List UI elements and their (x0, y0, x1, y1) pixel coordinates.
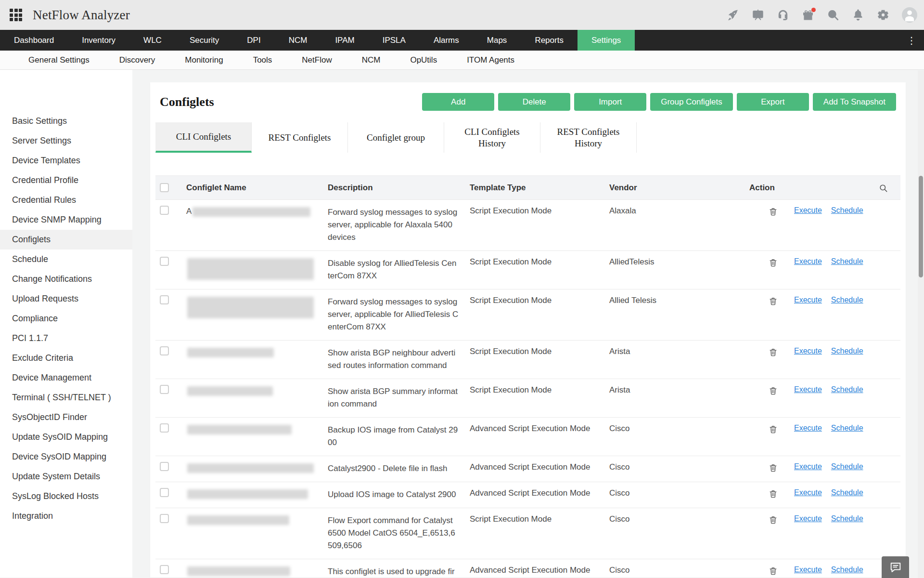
green-action-button[interactable]: Add (422, 93, 494, 111)
row-checkbox[interactable] (160, 295, 169, 304)
sidebar-item[interactable]: Credential Rules (0, 190, 132, 210)
delete-trash-icon[interactable] (769, 489, 778, 499)
schedule-link[interactable]: Schedule (831, 257, 863, 266)
nav-item[interactable]: Reports (521, 30, 578, 51)
gear-icon[interactable] (877, 9, 889, 21)
nav-item[interactable]: NCM (275, 30, 321, 51)
delete-trash-icon[interactable] (769, 566, 778, 576)
select-all-checkbox[interactable] (160, 183, 169, 192)
sidebar-item[interactable]: Server Settings (0, 131, 132, 151)
subnav-item[interactable]: ITOM Agents (452, 55, 529, 65)
schedule-link[interactable]: Schedule (831, 424, 863, 433)
row-checkbox[interactable] (160, 206, 169, 215)
tab[interactable]: REST Configlets History (540, 122, 637, 153)
execute-link[interactable]: Execute (794, 565, 822, 574)
subnav-item[interactable]: Discovery (104, 55, 170, 65)
schedule-link[interactable]: Schedule (831, 488, 863, 497)
sidebar-item[interactable]: Terminal ( SSH/TELNET ) (0, 388, 132, 407)
subnav-item[interactable]: NCM (347, 55, 396, 65)
subnav-item[interactable]: Tools (238, 55, 287, 65)
sidebar-item[interactable]: Credential Profile (0, 171, 132, 190)
row-checkbox[interactable] (160, 462, 169, 471)
bell-icon[interactable] (852, 9, 864, 21)
nav-item[interactable]: Security (176, 30, 233, 51)
row-checkbox[interactable] (160, 488, 169, 497)
scrollbar-track[interactable] (918, 70, 924, 578)
green-action-button[interactable]: Delete (498, 93, 570, 111)
execute-link[interactable]: Execute (794, 385, 822, 394)
execute-link[interactable]: Execute (794, 424, 822, 433)
chat-support-button[interactable] (882, 556, 909, 578)
nav-item[interactable]: Alarms (420, 30, 473, 51)
execute-link[interactable]: Execute (794, 514, 822, 523)
execute-link[interactable]: Execute (794, 462, 822, 471)
sidebar-item[interactable]: Configlets (0, 230, 132, 250)
headset-icon[interactable] (777, 9, 789, 21)
nav-item[interactable]: Dashboard (0, 30, 68, 51)
sidebar-item[interactable]: Compliance (0, 309, 132, 328)
nav-item[interactable]: Inventory (68, 30, 129, 51)
tab[interactable]: CLI Configlets History (444, 122, 540, 153)
sidebar-item[interactable]: Device SysOID Mapping (0, 447, 132, 467)
sidebar-item[interactable]: Device Templates (0, 151, 132, 171)
green-action-button[interactable]: Import (574, 93, 646, 111)
green-action-button[interactable]: Group Configlets (650, 93, 733, 111)
avatar[interactable] (902, 7, 917, 23)
delete-trash-icon[interactable] (769, 463, 778, 473)
delete-trash-icon[interactable] (769, 347, 778, 357)
sidebar-item[interactable]: Basic Settings (0, 111, 132, 131)
tab[interactable]: CLI Configlets (155, 122, 252, 153)
row-checkbox[interactable] (160, 257, 169, 266)
delete-trash-icon[interactable] (769, 296, 778, 306)
row-checkbox[interactable] (160, 385, 169, 394)
green-action-button[interactable]: Add To Snapshot (813, 93, 896, 111)
nav-item[interactable]: DPI (233, 30, 274, 51)
schedule-link[interactable]: Schedule (831, 514, 863, 523)
green-action-button[interactable]: Export (737, 93, 809, 111)
tab[interactable]: REST Configlets (252, 122, 348, 153)
subnav-item[interactable]: OpUtils (395, 55, 452, 65)
delete-trash-icon[interactable] (769, 207, 778, 217)
subnav-item[interactable]: NetFlow (287, 55, 346, 65)
sidebar-item[interactable]: SysLog Blocked Hosts (0, 486, 132, 506)
nav-item[interactable]: WLC (129, 30, 176, 51)
sidebar-item[interactable]: Schedule (0, 250, 132, 269)
schedule-link[interactable]: Schedule (831, 565, 863, 574)
row-checkbox[interactable] (160, 514, 169, 523)
subnav-item[interactable]: General Settings (13, 55, 104, 65)
sidebar-item[interactable]: Device Management (0, 368, 132, 388)
delete-trash-icon[interactable] (769, 258, 778, 268)
sidebar-item[interactable]: Upload Requests (0, 289, 132, 309)
schedule-link[interactable]: Schedule (831, 206, 863, 215)
sidebar-item[interactable]: Integration (0, 506, 132, 526)
delete-trash-icon[interactable] (769, 424, 778, 434)
rocket-icon[interactable] (727, 9, 739, 21)
table-search-icon[interactable] (879, 184, 888, 193)
schedule-link[interactable]: Schedule (831, 296, 863, 304)
scrollbar-thumb[interactable] (919, 176, 923, 277)
delete-trash-icon[interactable] (769, 515, 778, 525)
kebab-menu-icon[interactable]: ⋮ (903, 30, 920, 51)
execute-link[interactable]: Execute (794, 206, 822, 215)
row-checkbox[interactable] (160, 346, 169, 355)
presentation-icon[interactable] (752, 9, 764, 21)
nav-item[interactable]: IPSLA (369, 30, 420, 51)
sidebar-item[interactable]: Exclude Criteria (0, 348, 132, 368)
tab[interactable]: Configlet group (348, 122, 444, 153)
gift-icon[interactable] (802, 9, 814, 21)
nav-item[interactable]: Maps (473, 30, 521, 51)
apps-grid-icon[interactable] (10, 9, 22, 21)
nav-item[interactable]: Settings (578, 30, 635, 51)
subnav-item[interactable]: Monitoring (170, 55, 238, 65)
row-checkbox[interactable] (160, 423, 169, 433)
sidebar-item[interactable]: Update System Details (0, 467, 132, 486)
schedule-link[interactable]: Schedule (831, 462, 863, 471)
execute-link[interactable]: Execute (794, 488, 822, 497)
sidebar-item[interactable]: PCI 1.1.7 (0, 328, 132, 348)
execute-link[interactable]: Execute (794, 296, 822, 304)
sidebar-item[interactable]: Update SysOID Mapping (0, 427, 132, 447)
execute-link[interactable]: Execute (794, 257, 822, 266)
sidebar-item[interactable]: SysObjectID Finder (0, 407, 132, 427)
nav-item[interactable]: IPAM (321, 30, 368, 51)
delete-trash-icon[interactable] (769, 386, 778, 396)
